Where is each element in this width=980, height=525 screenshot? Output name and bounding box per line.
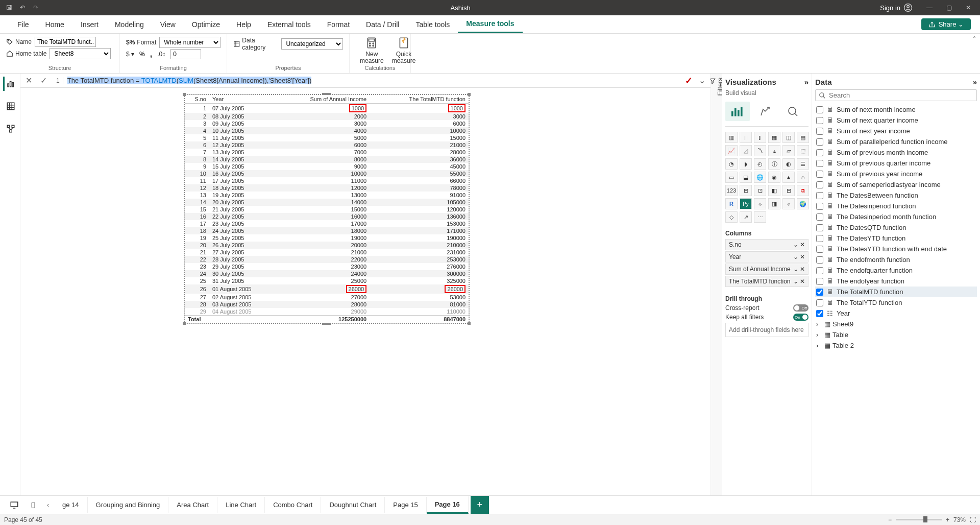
table-view-icon[interactable] (3, 99, 17, 113)
field-item[interactable]: 🖩Sum of parallelperiod function income (815, 136, 977, 147)
table-row[interactable]: 1420 July 200514000105000 (185, 199, 469, 206)
table-row[interactable]: 1521 July 200515000120000 (185, 206, 469, 213)
viz-type-icon[interactable]: 〽 (754, 145, 766, 156)
zoom-slider[interactable] (896, 519, 942, 520)
field-well-item[interactable]: S.no⌄ ✕ (725, 239, 808, 250)
field-item[interactable]: 🖩The DatesBetween function (815, 190, 977, 201)
tab-home[interactable]: Home (37, 16, 72, 33)
column-header[interactable]: The TotalMTD function (370, 95, 469, 104)
viz-type-icon[interactable]: ⋯ (754, 211, 766, 223)
field-item[interactable]: 🖩The endofyear function (815, 276, 977, 287)
table-row[interactable]: 309 July 200530006000 (185, 120, 469, 127)
table-row[interactable]: 1723 July 200517000153000 (185, 220, 469, 227)
search-input[interactable] (829, 91, 973, 99)
viz-type-icon[interactable]: ⫼ (740, 132, 752, 143)
viz-type-icon[interactable]: ◔ (725, 158, 738, 170)
table-row[interactable]: 2904 August 200529000110000 (185, 308, 469, 316)
collapse-data-icon[interactable]: » (973, 78, 977, 86)
tab-table-tools[interactable]: Table tools (407, 16, 458, 33)
viz-type-icon[interactable]: ⊡ (754, 185, 766, 196)
viz-type-icon[interactable]: ▦ (768, 132, 780, 143)
tab-measure-tools[interactable]: Measure tools (458, 15, 522, 33)
undo-icon[interactable]: ↶ (17, 3, 28, 13)
comma-icon[interactable]: , (150, 50, 152, 59)
field-well-item[interactable]: The TotalMTD function⌄ ✕ (725, 276, 808, 287)
viz-type-icon[interactable]: R (725, 198, 738, 209)
prev-page-icon[interactable]: ‹ (42, 502, 54, 509)
tab-external-tools[interactable]: External tools (259, 16, 319, 33)
page-tab[interactable]: Combo Chart (265, 497, 321, 513)
page-tab[interactable]: Page 16 (427, 496, 469, 514)
viz-type-icon[interactable]: ⓘ (768, 158, 780, 170)
field-item[interactable]: ☷Year (815, 308, 977, 319)
field-checkbox[interactable] (816, 235, 823, 242)
table-row[interactable]: 511 July 2005500015000 (185, 134, 469, 141)
collapse-viz-icon[interactable]: » (804, 78, 808, 86)
table-visual[interactable]: S.noYearSum of Annual IncomeThe TotalMTD… (184, 94, 470, 324)
field-item[interactable]: 🖩Sum of previous year income (815, 169, 977, 179)
viz-type-icon[interactable]: ⟁ (768, 145, 780, 156)
viz-type-icon[interactable]: ◐ (782, 158, 795, 170)
viz-type-icon[interactable]: ⊞ (740, 185, 752, 196)
table-row[interactable]: 612 July 2005600021000 (185, 141, 469, 149)
field-item[interactable]: 🖩The endofquarter function (815, 265, 977, 276)
tab-insert[interactable]: Insert (72, 16, 107, 33)
viz-type-icon[interactable]: ▤ (797, 132, 809, 143)
column-header[interactable]: S.no (185, 95, 209, 104)
maximize-icon[interactable]: ▢ (941, 4, 957, 11)
table-item[interactable]: ›▦Sheet9 (815, 319, 977, 329)
viz-type-icon[interactable]: ◨ (768, 198, 780, 209)
table-row[interactable]: 1016 July 20051000055000 (185, 170, 469, 177)
table-row[interactable]: 713 July 2005700028000 (185, 149, 469, 156)
table-row[interactable]: 2531 July 200525000325000 (185, 277, 469, 284)
build-visual-tab[interactable] (725, 102, 750, 121)
minimize-icon[interactable]: — (922, 4, 937, 11)
field-checkbox[interactable] (816, 181, 823, 188)
field-item[interactable]: 🖩Sum of sameperiodlastyear income (815, 179, 977, 190)
field-checkbox[interactable] (816, 246, 823, 253)
field-item[interactable]: 🖩Sum of previous quarter income (815, 158, 977, 169)
add-page-button[interactable]: + (471, 496, 489, 514)
viz-type-icon[interactable]: ◗ (740, 158, 752, 170)
page-tab[interactable]: ge 14 (54, 497, 88, 513)
data-category-select[interactable]: Uncategorized (281, 38, 343, 50)
tab-data-drill[interactable]: Data / Drill (358, 16, 407, 33)
field-checkbox[interactable] (816, 289, 823, 296)
viz-type-icon[interactable]: 🌐 (754, 172, 766, 183)
model-view-icon[interactable] (3, 122, 17, 136)
field-item[interactable]: 🖩Sum of previous month income (815, 147, 977, 158)
table-item[interactable]: ›▦Table 2 (815, 340, 977, 351)
viz-type-icon[interactable]: ▭ (725, 172, 738, 183)
percent-icon[interactable]: % (139, 51, 145, 58)
table-row[interactable]: 915 July 2005900045000 (185, 163, 469, 170)
viz-type-icon[interactable]: 🌍 (797, 198, 809, 209)
filters-pane[interactable]: Filters (710, 74, 722, 495)
table-item[interactable]: ›▦Table (815, 329, 977, 340)
page-tab[interactable]: Line Chart (217, 497, 265, 513)
page-tab[interactable]: Doughnut Chart (321, 497, 385, 513)
zoom-in-icon[interactable]: + (946, 516, 949, 523)
viz-type-icon[interactable]: ⫿ (754, 132, 766, 143)
tab-file[interactable]: File (9, 16, 37, 33)
column-header[interactable]: Year (209, 95, 271, 104)
viz-type-icon[interactable]: ↗ (740, 211, 752, 223)
field-checkbox[interactable] (816, 171, 823, 178)
viz-type-icon[interactable]: ⌂ (797, 172, 809, 183)
table-row[interactable]: 1925 July 200519000190000 (185, 234, 469, 242)
close-icon[interactable]: ✕ (961, 4, 976, 11)
viz-type-icon[interactable]: ◴ (754, 158, 766, 170)
viz-type-icon[interactable]: Py (740, 198, 752, 209)
column-header[interactable]: Sum of Annual Income (271, 95, 370, 104)
tab-format[interactable]: Format (319, 16, 358, 33)
tab-optimize[interactable]: Optimize (184, 16, 228, 33)
page-tab[interactable]: Page 15 (385, 497, 426, 513)
tab-help[interactable]: Help (228, 16, 259, 33)
viz-type-icon[interactable]: ◧ (768, 185, 780, 196)
keep-all-toggle[interactable]: On (793, 314, 808, 321)
name-input[interactable] (35, 37, 96, 47)
format-select[interactable]: Whole number (159, 37, 220, 48)
add-drill-fields[interactable]: Add drill-through fields here (725, 323, 808, 337)
field-well-item[interactable]: Sum of Annual Income⌄ ✕ (725, 264, 808, 275)
zoom-out-icon[interactable]: − (888, 516, 892, 523)
table-row[interactable]: 1117 July 20051100066000 (185, 177, 469, 184)
